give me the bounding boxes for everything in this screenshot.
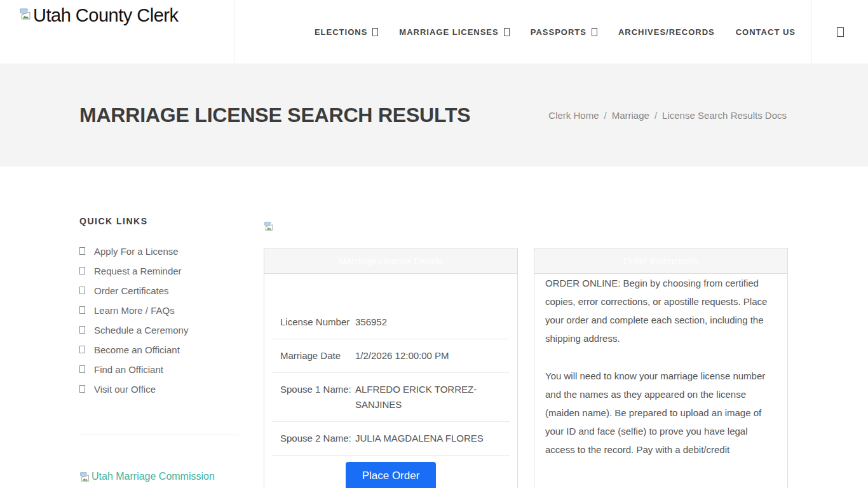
nav-marriage-licenses-label: MARRIAGE LICENSES [399, 27, 498, 37]
nav-contact-us[interactable]: CONTACT US [736, 27, 796, 37]
sidebar-link-learn-more-faqs[interactable]: Learn More / FAQs [94, 305, 175, 316]
quick-links-list: Apply For a License Request a Reminder O… [79, 245, 238, 395]
bullet-icon [79, 346, 85, 353]
bullet-icon [79, 306, 85, 314]
license-number-value: 356952 [355, 306, 510, 339]
logo-alt-text: Utah County Clerk [33, 5, 178, 26]
table-row: Spouse 1 Name: ALFREDO ERICK TORREZ-SANJ… [272, 373, 510, 422]
bullet-icon [79, 385, 85, 393]
list-item: Order Certificates [79, 285, 238, 296]
sidebar-divider [79, 435, 238, 435]
sidebar-link-order-certificates[interactable]: Order Certificates [94, 285, 169, 296]
list-item: Become an Officiant [79, 344, 238, 355]
dropdown-indicator-icon [592, 28, 597, 36]
dropdown-indicator-icon [372, 28, 378, 36]
nav-passports[interactable]: PASSPORTS [531, 27, 597, 37]
site-logo[interactable]: Utah County Clerk [0, 0, 235, 64]
quick-links-sidebar: QUICK LINKS Apply For a License Request … [79, 166, 238, 488]
site-header: Utah County Clerk ELECTIONS MARRIAGE LIC… [0, 0, 868, 64]
table-row: Spouse 2 Name: JULIA MAGDALENA FLORES [272, 422, 510, 456]
utah-marriage-commission-label: Utah Marriage Commission [92, 471, 215, 482]
nav-archives-records[interactable]: ARCHIVES/RECORDS [618, 27, 715, 37]
license-details-card: Marriage License Details License Number … [264, 248, 518, 488]
spouse1-name-value: ALFREDO ERICK TORREZ-SANJINES [355, 373, 510, 422]
order-instructions-paragraph-1: ORDER ONLINE: Begin by choosing from cer… [545, 274, 776, 348]
search-icon[interactable] [837, 27, 844, 37]
bullet-icon [79, 326, 85, 334]
sidebar-link-visit-our-office[interactable]: Visit our Office [94, 384, 156, 395]
marriage-date-value: 1/2/2026 12:00:00 PM [355, 339, 510, 373]
marriage-date-label: Marriage Date [272, 339, 355, 373]
spouse2-name-value: JULIA MAGDALENA FLORES [355, 422, 510, 456]
license-details-table: License Number 356952 Marriage Date 1/2/… [272, 306, 510, 456]
bullet-icon [79, 365, 85, 373]
breadcrumb-current: License Search Results Docs [662, 110, 787, 121]
list-item: Schedule a Ceremony [79, 324, 238, 336]
sidebar-link-schedule-a-ceremony[interactable]: Schedule a Ceremony [94, 325, 188, 336]
main-nav: ELECTIONS MARRIAGE LICENSES PASSPORTS AR… [235, 0, 811, 64]
nav-archives-records-label: ARCHIVES/RECORDS [618, 27, 715, 37]
nav-elections-label: ELECTIONS [315, 27, 367, 37]
breadcrumb-clerk-home[interactable]: Clerk Home [548, 110, 599, 121]
header-search-area [811, 0, 868, 64]
license-number-label: License Number [272, 306, 355, 339]
nav-elections[interactable]: ELECTIONS [315, 27, 378, 37]
breadcrumb-separator: / [654, 110, 657, 121]
main-column: Marriage License Details License Number … [238, 166, 868, 488]
sidebar-link-become-an-officiant[interactable]: Become an Officiant [94, 344, 180, 355]
broken-image-icon [79, 471, 90, 482]
page-title-band: MARRIAGE LICENSE SEARCH RESULTS Clerk Ho… [0, 64, 868, 166]
table-row: License Number 356952 [272, 306, 510, 339]
table-row: Marriage Date 1/2/2026 12:00:00 PM [272, 339, 510, 373]
license-details-header: Marriage License Details [264, 248, 517, 274]
breadcrumb: Clerk Home/Marriage/License Search Resul… [548, 110, 787, 121]
bullet-icon [79, 267, 85, 274]
spouse1-name-label: Spouse 1 Name: [272, 373, 355, 422]
dropdown-indicator-icon [504, 28, 510, 36]
sidebar-link-apply-for-a-license[interactable]: Apply For a License [94, 246, 179, 257]
list-item: Request a Reminder [79, 265, 238, 276]
nav-marriage-licenses[interactable]: MARRIAGE LICENSES [399, 27, 509, 37]
order-instructions-paragraph-2: You will need to know your marriage lice… [545, 367, 776, 459]
page-title: MARRIAGE LICENSE SEARCH RESULTS [79, 104, 470, 127]
list-item: Learn More / FAQs [79, 304, 238, 316]
list-item: Visit our Office [79, 383, 238, 395]
quick-links-heading: QUICK LINKS [79, 216, 238, 226]
list-item: Apply For a License [79, 245, 238, 257]
order-instructions-card: Order Instructions ORDER ONLINE: Begin b… [534, 248, 788, 488]
utah-marriage-commission-link[interactable]: Utah Marriage Commission [79, 471, 238, 482]
breadcrumb-marriage[interactable]: Marriage [612, 110, 649, 121]
broken-image-icon [19, 8, 32, 20]
breadcrumb-separator: / [604, 110, 607, 121]
sidebar-link-request-a-reminder[interactable]: Request a Reminder [94, 266, 182, 276]
nav-contact-us-label: CONTACT US [736, 27, 796, 37]
order-instructions-header: Order Instructions [534, 248, 787, 274]
list-item: Find an Officiant [79, 363, 238, 375]
order-button-area: Place Order [264, 456, 517, 488]
bullet-icon [79, 247, 85, 255]
sidebar-link-find-an-officiant[interactable]: Find an Officiant [94, 364, 163, 375]
broken-image-icon [264, 221, 788, 231]
place-order-button[interactable]: Place Order [346, 462, 437, 488]
order-instructions-body: ORDER ONLINE: Begin by choosing from cer… [534, 274, 787, 488]
content-area: QUICK LINKS Apply For a License Request … [0, 166, 868, 488]
spouse2-name-label: Spouse 2 Name: [272, 422, 355, 456]
nav-passports-label: PASSPORTS [531, 27, 587, 37]
bullet-icon [79, 287, 85, 294]
results-cards: Marriage License Details License Number … [264, 248, 788, 488]
license-details-body: License Number 356952 Marriage Date 1/2/… [264, 274, 517, 488]
